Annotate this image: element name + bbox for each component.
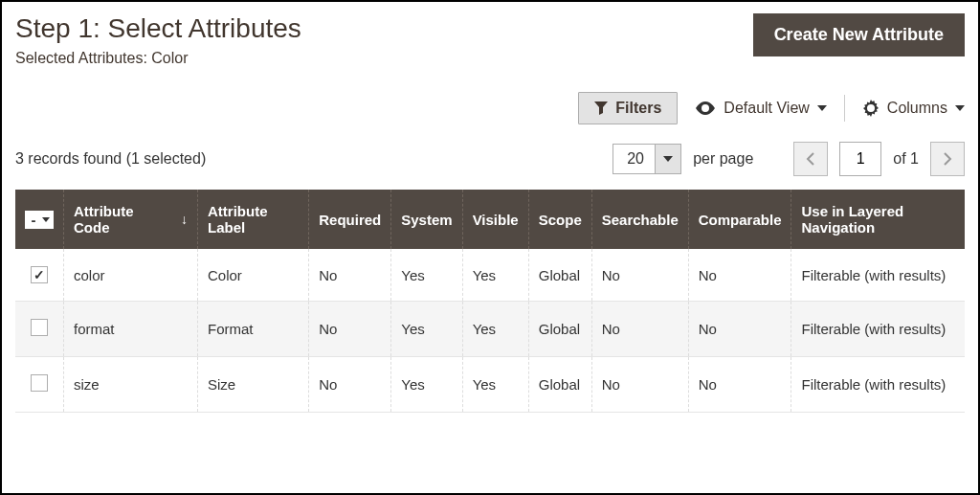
cell-comparable: No bbox=[688, 357, 791, 413]
cell-attribute-label: Size bbox=[197, 357, 308, 413]
column-header-comparable[interactable]: Comparable bbox=[688, 190, 791, 249]
chevron-right-icon bbox=[943, 152, 952, 166]
column-header-layered-nav[interactable]: Use in Layered Navigation bbox=[791, 190, 965, 249]
chevron-down-icon bbox=[955, 105, 965, 111]
selected-attributes-subtitle: Selected Attributes: Color bbox=[15, 50, 301, 67]
cell-layered-nav: Filterable (with results) bbox=[791, 249, 965, 302]
table-row[interactable]: colorColorNoYesYesGlobalNoNoFilterable (… bbox=[15, 249, 965, 302]
per-page-value: 20 bbox=[612, 144, 655, 174]
column-header-required[interactable]: Required bbox=[309, 190, 391, 249]
row-checkbox[interactable] bbox=[31, 319, 48, 336]
cell-system: Yes bbox=[391, 357, 462, 413]
row-checkbox[interactable] bbox=[31, 374, 48, 392]
funnel-icon bbox=[594, 101, 608, 115]
row-checkbox[interactable] bbox=[31, 266, 48, 283]
per-page-select[interactable]: 20 bbox=[612, 144, 681, 174]
cell-layered-nav: Filterable (with results) bbox=[791, 357, 965, 413]
cell-required: No bbox=[309, 302, 391, 357]
cell-attribute-label: Format bbox=[197, 302, 308, 357]
cell-required: No bbox=[309, 357, 391, 413]
cell-visible: Yes bbox=[462, 249, 528, 302]
cell-comparable: No bbox=[688, 249, 791, 302]
eye-icon bbox=[695, 101, 716, 115]
sort-descending-icon: ↓ bbox=[181, 212, 188, 227]
default-view-dropdown[interactable]: Default View bbox=[695, 100, 827, 117]
cell-visible: Yes bbox=[462, 357, 528, 413]
cell-searchable: No bbox=[591, 302, 688, 357]
cell-attribute-code: format bbox=[64, 302, 198, 357]
column-header-scope[interactable]: Scope bbox=[528, 190, 591, 249]
attributes-grid: - Attribute Code ↓ Attribute Label Requi… bbox=[15, 190, 965, 413]
table-row[interactable]: sizeSizeNoYesYesGlobalNoNoFilterable (wi… bbox=[15, 357, 965, 413]
table-row[interactable]: formatFormatNoYesYesGlobalNoNoFilterable… bbox=[15, 302, 965, 357]
gear-icon bbox=[862, 100, 880, 117]
column-header-system[interactable]: System bbox=[391, 190, 462, 249]
filters-button[interactable]: Filters bbox=[578, 92, 678, 124]
cell-searchable: No bbox=[591, 249, 688, 302]
cell-scope: Global bbox=[528, 302, 591, 357]
cell-required: No bbox=[309, 249, 391, 302]
default-view-label: Default View bbox=[724, 100, 810, 117]
create-new-attribute-button[interactable]: Create New Attribute bbox=[753, 13, 965, 56]
per-page-label: per page bbox=[693, 150, 753, 168]
cell-scope: Global bbox=[528, 357, 591, 413]
indeterminate-icon: - bbox=[27, 212, 40, 228]
cell-searchable: No bbox=[591, 357, 688, 413]
prev-page-button[interactable] bbox=[793, 142, 828, 176]
page-title: Step 1: Select Attributes bbox=[15, 13, 301, 44]
column-header-visible[interactable]: Visible bbox=[462, 190, 528, 249]
cell-layered-nav: Filterable (with results) bbox=[791, 302, 965, 357]
cell-attribute-code: color bbox=[64, 249, 198, 302]
column-header-attribute-code[interactable]: Attribute Code ↓ bbox=[64, 190, 198, 249]
chevron-down-icon bbox=[663, 156, 673, 162]
column-header-checkbox[interactable]: - bbox=[15, 190, 64, 249]
records-summary: 3 records found (1 selected) bbox=[15, 150, 206, 168]
column-header-searchable[interactable]: Searchable bbox=[591, 190, 688, 249]
toolbar-divider bbox=[844, 95, 845, 122]
cell-visible: Yes bbox=[462, 302, 528, 357]
cell-system: Yes bbox=[391, 249, 462, 302]
chevron-left-icon bbox=[806, 152, 815, 166]
column-label: Attribute Code bbox=[74, 203, 164, 236]
columns-label: Columns bbox=[887, 100, 947, 117]
cell-attribute-code: size bbox=[64, 357, 198, 413]
columns-dropdown[interactable]: Columns bbox=[862, 100, 965, 117]
next-page-button[interactable] bbox=[930, 142, 965, 176]
column-header-attribute-label[interactable]: Attribute Label bbox=[197, 190, 308, 249]
cell-system: Yes bbox=[391, 302, 462, 357]
chevron-down-icon bbox=[40, 217, 52, 222]
page-total-label: of 1 bbox=[893, 150, 919, 168]
cell-attribute-label: Color bbox=[197, 249, 308, 302]
filters-label: Filters bbox=[615, 100, 661, 117]
chevron-down-icon bbox=[817, 105, 827, 111]
cell-scope: Global bbox=[528, 249, 591, 302]
page-number-input[interactable] bbox=[839, 142, 881, 176]
cell-comparable: No bbox=[688, 302, 791, 357]
per-page-dropdown-button[interactable] bbox=[655, 144, 681, 174]
